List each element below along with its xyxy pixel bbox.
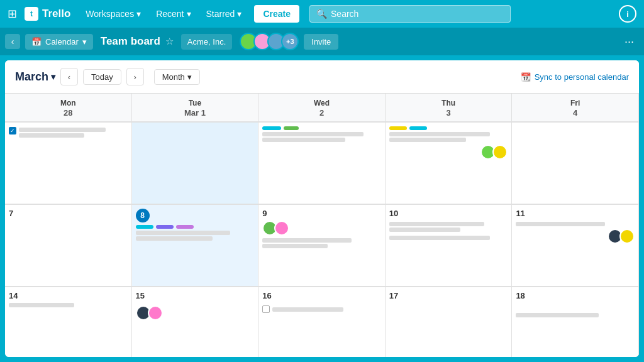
calendar-header-row: Mon 28 Tue Mar 1 Wed 2 Thu 3 Fri 4 xyxy=(5,94,639,123)
calendar-sync-icon: 📆 xyxy=(521,72,531,82)
starred-menu[interactable]: Starred ▾ xyxy=(201,6,247,21)
card-chips xyxy=(262,126,381,130)
cell-mar1[interactable] xyxy=(132,123,259,204)
card-chips xyxy=(136,225,255,229)
cell-17[interactable]: 17 xyxy=(386,287,513,357)
grid-icon[interactable]: ⊞ xyxy=(8,7,17,21)
col-header-mon: Mon 28 xyxy=(5,94,132,122)
invite-button[interactable]: Invite xyxy=(304,34,338,50)
next-month-button[interactable]: › xyxy=(126,68,144,85)
cell-14[interactable]: 14 xyxy=(5,287,132,357)
more-options-button[interactable]: ··· xyxy=(619,33,639,51)
trello-name: Trello xyxy=(42,8,70,20)
sidebar-toggle[interactable]: ‹ xyxy=(5,34,20,49)
top-navigation: ⊞ t Trello Workspaces ▾ Recent ▾ Starred… xyxy=(0,0,644,28)
cell-9[interactable]: 9 xyxy=(258,205,386,287)
create-button[interactable]: Create xyxy=(254,5,299,23)
member-avatars: +3 xyxy=(240,33,299,50)
checkbox-icon xyxy=(9,127,16,134)
avatar xyxy=(274,221,289,236)
trello-logo-icon: t xyxy=(25,7,38,21)
chevron-down-icon: ▾ xyxy=(237,9,242,19)
calendar-grid-container: Mon 28 Tue Mar 1 Wed 2 Thu 3 Fri 4 xyxy=(5,94,639,357)
card-chips xyxy=(389,126,508,130)
search-icon: 🔍 xyxy=(316,9,327,19)
chevron-down-icon: ▾ xyxy=(187,9,191,19)
month-title: March ▾ xyxy=(15,70,55,84)
cell-2[interactable] xyxy=(258,123,386,204)
chevron-down-icon: ▾ xyxy=(136,9,141,19)
trello-logo[interactable]: t Trello xyxy=(25,7,70,21)
calendar-view: March ▾ ‹ Today › Month ▾ 📆 Sync to pers… xyxy=(5,60,639,357)
recent-menu[interactable]: Recent ▾ xyxy=(151,6,196,21)
col-header-tue: Tue Mar 1 xyxy=(132,94,259,122)
workspace-name[interactable]: Acme, Inc. xyxy=(181,34,232,50)
sync-calendar-button[interactable]: 📆 Sync to personal calendar xyxy=(521,72,629,82)
checkbox-empty xyxy=(262,305,270,313)
cell-4[interactable] xyxy=(512,123,639,204)
calendar-row-3: 14 15 16 xyxy=(5,287,639,357)
col-header-wed: Wed 2 xyxy=(258,94,386,122)
star-button[interactable]: ☆ xyxy=(165,36,174,47)
calendar-icon: 📅 xyxy=(31,37,42,47)
today-button[interactable]: Today xyxy=(83,69,121,85)
cell-11[interactable]: 11 xyxy=(512,205,639,287)
card-with-checkbox xyxy=(9,126,128,139)
cell-10[interactable]: 10 xyxy=(386,205,513,287)
cell-18[interactable]: 18 xyxy=(512,287,639,357)
workspaces-menu[interactable]: Workspaces ▾ xyxy=(80,6,146,21)
avatar xyxy=(619,229,635,244)
col-header-thu: Thu 3 xyxy=(386,94,513,122)
cell-7[interactable]: 7 xyxy=(5,205,132,287)
calendar-toolbar: March ▾ ‹ Today › Month ▾ 📆 Sync to pers… xyxy=(5,60,639,94)
card-avatars xyxy=(389,145,508,160)
calendar-body: 7 8 xyxy=(5,123,639,357)
card-avatars xyxy=(262,221,381,236)
cell-16[interactable]: 16 xyxy=(258,287,386,357)
avatar-overflow-count[interactable]: +3 xyxy=(281,33,299,50)
view-switcher[interactable]: 📅 Calendar ▾ xyxy=(25,34,93,50)
col-header-fri: Fri 4 xyxy=(512,94,639,122)
card-avatars xyxy=(136,305,255,321)
card-avatars xyxy=(516,229,635,244)
cell-15[interactable]: 15 xyxy=(132,287,259,357)
avatar xyxy=(492,145,508,160)
chevron-down-icon: ▾ xyxy=(82,37,87,47)
prev-month-button[interactable]: ‹ xyxy=(60,68,78,85)
chevron-down-icon: ▾ xyxy=(187,72,192,82)
calendar-row-1 xyxy=(5,123,639,205)
view-mode-button[interactable]: Month ▾ xyxy=(154,69,200,85)
calendar-row-2: 7 8 xyxy=(5,205,639,287)
cell-3[interactable] xyxy=(386,123,513,204)
board-title: Team board xyxy=(101,35,160,48)
board-navigation: ‹ 📅 Calendar ▾ Team board ☆ Acme, Inc. +… xyxy=(0,28,644,55)
info-button[interactable]: i xyxy=(619,5,636,23)
search-bar[interactable]: 🔍 Search xyxy=(309,5,511,23)
chevron-down-icon: ▾ xyxy=(51,72,55,82)
cell-28[interactable] xyxy=(5,123,132,204)
avatar xyxy=(148,305,163,321)
cell-8[interactable]: 8 xyxy=(132,205,259,287)
